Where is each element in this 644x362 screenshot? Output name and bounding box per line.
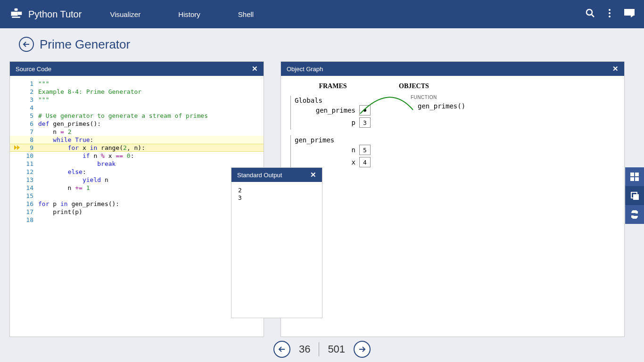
object-type-label: FUNCTION <box>411 95 437 100</box>
code-line[interactable]: 9 for x in range(2, n): <box>10 144 264 152</box>
tutor-icon <box>9 8 23 21</box>
code-line[interactable]: 5# Use generator to generate a stream of… <box>10 112 264 120</box>
code-text: def gen_primes(): <box>38 120 101 127</box>
code-line[interactable]: 15 <box>10 192 264 200</box>
objects-col-label: OBJECTS <box>375 82 460 90</box>
step-footer: 36 501 <box>0 336 644 362</box>
frame-title: gen_primes <box>295 136 371 144</box>
line-number: 2 <box>24 88 38 95</box>
step-next-button[interactable] <box>354 341 371 358</box>
source-close-icon[interactable]: ✕ <box>252 65 258 73</box>
source-code-body[interactable]: 1"""2Example 8-4: Prime Generator3"""45#… <box>10 76 264 228</box>
stdout-close-icon[interactable]: ✕ <box>310 171 316 179</box>
code-text: """ <box>38 96 49 103</box>
svg-rect-16 <box>630 177 634 181</box>
var-name: x <box>352 158 355 166</box>
code-text: """ <box>38 80 49 87</box>
chat-icon[interactable] <box>624 9 635 19</box>
line-number: 8 <box>24 136 38 143</box>
more-icon[interactable] <box>608 8 611 20</box>
back-button[interactable] <box>19 37 34 52</box>
side-tabs <box>625 167 644 224</box>
stdout-panel-header[interactable]: Standard Output ✕ <box>231 168 322 182</box>
objgraph-close-icon[interactable]: ✕ <box>612 65 619 73</box>
code-line[interactable]: 18 <box>10 216 264 224</box>
svg-line-5 <box>592 15 594 17</box>
side-tab-layers[interactable] <box>625 186 644 205</box>
objgraph-panel-header[interactable]: Object Graph ✕ <box>281 62 624 76</box>
code-line[interactable]: 8 while True: <box>10 136 264 144</box>
step-total: 501 <box>328 343 345 355</box>
line-number: 3 <box>24 96 38 103</box>
code-line[interactable]: 16for p in gen_primes(): <box>10 200 264 208</box>
line-number: 15 <box>24 192 38 199</box>
nav-history[interactable]: History <box>178 10 200 18</box>
code-line[interactable]: 14 n += 1 <box>10 184 264 192</box>
svg-point-7 <box>609 12 611 14</box>
nav-links: Visualizer History Shell <box>110 10 254 18</box>
code-line[interactable]: 11 break <box>10 160 264 168</box>
nav-shell[interactable]: Shell <box>238 10 254 18</box>
line-number: 11 <box>24 160 38 167</box>
code-text: # Use generator to generate a stream of … <box>38 112 208 119</box>
var-name: gen_primes <box>316 107 355 114</box>
line-number: 14 <box>24 184 38 191</box>
code-line[interactable]: 10 if n % x == 0: <box>10 152 264 160</box>
step-current: 36 <box>299 343 310 355</box>
var-row: gen_primes <box>295 104 371 116</box>
stdout-panel[interactable]: Standard Output ✕ 23 <box>231 167 322 318</box>
frame-title: Globals <box>295 97 371 104</box>
code-text: while True: <box>38 136 93 143</box>
svg-rect-9 <box>624 9 635 16</box>
code-line[interactable]: 12 else: <box>10 168 264 176</box>
code-line[interactable]: 4 <box>10 104 264 112</box>
exec-arrow-icon <box>10 144 24 151</box>
code-line[interactable]: 13 yield n <box>10 176 264 184</box>
var-box: 4 <box>359 157 371 167</box>
var-box: 3 <box>359 117 371 128</box>
code-line[interactable]: 17 print(p) <box>10 208 264 216</box>
code-text: n = 2 <box>38 128 71 135</box>
var-row: n5 <box>295 144 371 156</box>
var-box: 5 <box>359 145 371 155</box>
code-line[interactable]: 2Example 8-4: Prime Generator <box>10 88 264 96</box>
code-text: break <box>38 160 116 167</box>
svg-rect-19 <box>633 194 639 200</box>
code-text: Example 8-4: Prime Generator <box>38 88 141 95</box>
svg-point-6 <box>609 9 611 11</box>
frame-block: gen_primesn5x4 <box>290 135 371 169</box>
var-row: p3 <box>295 116 371 129</box>
line-number: 10 <box>24 152 38 159</box>
stdout-body: 23 <box>231 182 322 206</box>
code-line[interactable]: 7 n = 2 <box>10 128 264 136</box>
frames-col-label: FRAMES <box>290 82 375 90</box>
line-number: 6 <box>24 120 38 127</box>
svg-rect-14 <box>630 173 634 176</box>
workspace: Source Code ✕ 1"""2Example 8-4: Prime Ge… <box>9 61 635 336</box>
side-tab-grid[interactable] <box>625 167 644 186</box>
var-name: n <box>352 146 355 154</box>
code-text: n += 1 <box>38 184 90 191</box>
code-line[interactable]: 6def gen_primes(): <box>10 120 264 128</box>
step-prev-button[interactable] <box>273 341 290 358</box>
svg-rect-15 <box>635 173 639 176</box>
svg-point-4 <box>586 9 592 15</box>
line-number: 18 <box>24 216 38 223</box>
objgraph-body: FRAMES OBJECTS Globalsgen_primesp3gen_pr… <box>281 76 624 176</box>
source-panel-title: Source Code <box>16 66 51 73</box>
source-panel-header[interactable]: Source Code ✕ <box>10 62 264 76</box>
code-line[interactable]: 3""" <box>10 96 264 104</box>
line-number: 12 <box>24 168 38 175</box>
code-text: else: <box>38 168 86 175</box>
line-number: 16 <box>24 200 38 207</box>
line-number: 1 <box>24 80 38 87</box>
side-tab-sync[interactable] <box>625 205 644 224</box>
svg-marker-12 <box>14 145 17 150</box>
search-icon[interactable] <box>586 8 595 20</box>
var-box <box>359 105 371 115</box>
app-logo: Python Tutor <box>9 8 82 21</box>
code-line[interactable]: 1""" <box>10 80 264 88</box>
frame-block: Globalsgen_primesp3 <box>290 96 371 130</box>
nav-visualizer[interactable]: Visualizer <box>110 10 140 18</box>
var-name: p <box>352 119 355 126</box>
